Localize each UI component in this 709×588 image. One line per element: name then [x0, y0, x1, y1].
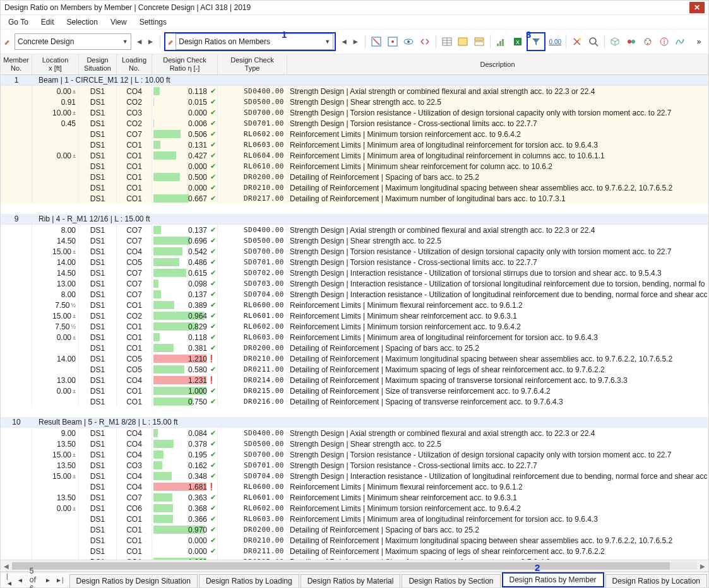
table-row[interactable]: DS1CO10.000✔RL0610.00Reinforcement Limit…: [1, 161, 708, 172]
menu-selection[interactable]: Selection: [62, 16, 103, 28]
section-header[interactable]: 9Rib | 4 - R_M1 12/16 | L : 15.00 ft: [1, 214, 708, 225]
table-row[interactable]: 7.50 ½DS1CO10.829✔RL0602.00Reinforcement…: [1, 321, 708, 332]
scroll-right-button[interactable]: ▶: [697, 563, 708, 570]
table-row[interactable]: 14.50DS1CO70.696✔SD0500.00Strength Desig…: [1, 235, 708, 246]
tab-design-ratios-by-design-situation[interactable]: Design Ratios by Design Situation: [69, 574, 198, 587]
horizontal-scrollbar[interactable]: ◀ ▶: [1, 560, 708, 572]
table-row[interactable]: 8.00DS1CO70.137✔SD0704.00Strength Design…: [1, 289, 708, 300]
table-row[interactable]: DS1CO10.366✔RL0603.00Reinforcement Limit…: [1, 514, 708, 524]
table-row[interactable]: 13.00DS1CO70.098✔SD0703.00Strength Desig…: [1, 278, 708, 289]
sync-selection-button[interactable]: [418, 33, 432, 50]
section-header[interactable]: 10Result Beam | 5 - R_M1 8/28 | L : 15.0…: [1, 417, 708, 428]
table-body[interactable]: 1Beam | 1 - CIRCLE_M1 12 | L : 10.00 ft0…: [1, 75, 708, 560]
table-row[interactable]: DS1CO10.500✔DR0200.00Detailing of Reinfo…: [1, 172, 708, 182]
menu-edit[interactable]: Edit: [36, 16, 59, 28]
header-design-situation[interactable]: DesignSituation: [79, 54, 117, 74]
table-row[interactable]: 15.00 ±DS1CO40.348✔SD0704.00Strength Des…: [1, 471, 708, 481]
table-row[interactable]: DS1CO70.506✔RL0602.00Reinforcement Limit…: [1, 129, 708, 139]
table-row[interactable]: 10.00 ±DS1CO30.000✔SD0700.00Strength Des…: [1, 107, 708, 118]
table-row[interactable]: DS1CO10.000✔DR0210.00Detailing of Reinfo…: [1, 535, 708, 546]
table-row[interactable]: 13.50DS1CO30.162✔SD0701.00Strength Desig…: [1, 460, 708, 471]
clear-button[interactable]: [570, 33, 584, 50]
table-row[interactable]: 9.00DS1CO40.084✔SD0400.00Strength Design…: [1, 428, 708, 438]
table-row[interactable]: DS1CO50.580✔DR0211.00Detailing of Reinfo…: [1, 364, 708, 375]
table-row[interactable]: 15.00 ±DS1CO20.964✔RL0601.00Reinforcemen…: [1, 310, 708, 321]
filter-button[interactable]: [528, 33, 544, 50]
result-type-value: Design Ratios on Members: [179, 37, 270, 46]
expand-button[interactable]: [472, 33, 486, 50]
reinforcement-button[interactable]: [641, 33, 655, 50]
prev-category-button[interactable]: ◄: [134, 37, 145, 46]
tab-design-ratios-by-loading[interactable]: Design Ratios by Loading: [199, 574, 299, 587]
table-row[interactable]: 0.00 ±DS1CO10.118✔RL0603.00Reinforcement…: [1, 332, 708, 343]
table-row[interactable]: DS1CO10.970✔DR0200.00Detailing of Reinfo…: [1, 524, 708, 535]
table-row[interactable]: 14.50DS1CO70.615✔SD0702.00Strength Desig…: [1, 268, 708, 278]
table-row[interactable]: DS1CO10.131✔RL0603.00Reinforcement Limit…: [1, 139, 708, 150]
table-row[interactable]: 13.50DS1CO40.378✔SD0500.00Strength Desig…: [1, 438, 708, 449]
next-result-button[interactable]: ►: [350, 37, 361, 46]
table-row[interactable]: 13.50DS1CO70.363✔RL0601.00Reinforcement …: [1, 492, 708, 503]
prev-page-button[interactable]: ◄: [15, 577, 25, 584]
header-location[interactable]: Locationx [ft]: [32, 54, 79, 74]
table-row[interactable]: 0.91DS1CO20.015✔SD0500.00Strength Design…: [1, 97, 708, 107]
last-page-button[interactable]: ►|: [54, 577, 66, 584]
table-row[interactable]: DS1CO10.667✔DR0217.00Detailing of Reinfo…: [1, 193, 708, 204]
next-category-button[interactable]: ►: [145, 37, 157, 46]
table-row[interactable]: 13.00DS1CO41.231❗DR0214.00Detailing of R…: [1, 375, 708, 385]
table-row[interactable]: DS1CO10.000✔DR0211.00Detailing of Reinfo…: [1, 546, 708, 556]
table-row[interactable]: 0.45DS1CO20.006✔SD0701.00Strength Design…: [1, 118, 708, 129]
stress-button[interactable]: [673, 33, 687, 50]
export-excel-button[interactable]: X: [511, 33, 525, 50]
menu-go-to[interactable]: Go To: [3, 16, 33, 28]
table-row[interactable]: 8.00DS1CO70.137✔SD0400.00Strength Design…: [1, 225, 708, 235]
table-row[interactable]: 14.00DS1CO50.486✔SD0701.00Strength Desig…: [1, 257, 708, 268]
more-button[interactable]: »: [692, 33, 706, 50]
next-page-button[interactable]: ►: [43, 577, 53, 584]
menu-view[interactable]: View: [105, 16, 132, 28]
svg-point-16: [628, 40, 631, 44]
separator: [160, 35, 160, 49]
header-ratio[interactable]: Design CheckRatio η [-]: [152, 54, 218, 74]
table-row[interactable]: 0.00 ±DS1CO11.000✔DR0215.00Detailing of …: [1, 385, 708, 396]
tab-design-ratios-by-location[interactable]: Design Ratios by Location: [605, 574, 707, 587]
table-row[interactable]: DS1CO10.750✔DR0216.00Detailing of Reinfo…: [1, 396, 708, 407]
section-header[interactable]: 1Beam | 1 - CIRCLE_M1 12 | L : 10.00 ft: [1, 75, 708, 86]
svg-point-2: [391, 40, 394, 43]
table-row[interactable]: DS1CO10.381✔DR0200.00Detailing of Reinfo…: [1, 343, 708, 353]
table-row[interactable]: 0.00 ±DS1CO10.427✔RL0604.00Reinforcement…: [1, 150, 708, 161]
table-row[interactable]: 0.00 ±DS1CO60.368✔RL0602.00Reinforcement…: [1, 503, 708, 514]
design-category-combo[interactable]: Concrete Design ▼: [15, 33, 131, 50]
tab-design-ratios-by-member[interactable]: Design Ratios by Member: [502, 572, 604, 587]
header-description[interactable]: Description: [287, 54, 708, 74]
prev-result-button[interactable]: ◄: [338, 37, 350, 46]
first-page-button[interactable]: |◄: [4, 573, 15, 587]
header-member-no[interactable]: MemberNo.: [1, 54, 32, 74]
header-type[interactable]: Design CheckType: [218, 54, 287, 74]
show-weights-button[interactable]: [624, 33, 638, 50]
decimal-button[interactable]: 0.00: [548, 33, 562, 50]
close-button[interactable]: ✕: [689, 2, 705, 13]
scroll-thumb[interactable]: [12, 562, 670, 570]
table-row[interactable]: 7.50 ½DS1CO10.389✔RL0600.00Reinforcement…: [1, 300, 708, 310]
select-all-button[interactable]: [369, 33, 383, 50]
table-row[interactable]: DS1CO41.681❗RL0600.00Reinforcement Limit…: [1, 481, 708, 492]
table-view-button[interactable]: [440, 33, 454, 50]
table-row[interactable]: 0.00 ±DS1CO40.118✔SD0400.00Strength Desi…: [1, 86, 708, 97]
table-row[interactable]: 15.00 ±DS1CO40.195✔SD0700.00Strength Des…: [1, 449, 708, 460]
collapse-button[interactable]: [456, 33, 470, 50]
header-loading-no[interactable]: LoadingNo.: [117, 54, 152, 74]
select-member-button[interactable]: [386, 33, 400, 50]
show-in-view-button[interactable]: [402, 33, 415, 50]
table-row[interactable]: 15.00 ±DS1CO40.542✔SD0700.00Strength Des…: [1, 246, 708, 257]
zoom-button[interactable]: [587, 33, 600, 50]
tab-design-ratios-by-material[interactable]: Design Ratios by Material: [301, 574, 401, 587]
result-type-combo[interactable]: Design Ratios on Members ▼: [176, 33, 333, 50]
menu-settings[interactable]: Settings: [134, 16, 172, 28]
scroll-track[interactable]: [12, 562, 697, 570]
tab-design-ratios-by-section[interactable]: Design Ratios by Section: [402, 574, 500, 587]
info-button[interactable]: i: [657, 33, 671, 50]
table-row[interactable]: DS1CO10.000✔DR0210.00Detailing of Reinfo…: [1, 182, 708, 193]
results-settings-button[interactable]: [494, 33, 508, 50]
table-row[interactable]: 14.00DS1CO51.210❗DR0210.00Detailing of R…: [1, 353, 708, 364]
isometric-button[interactable]: [608, 33, 622, 50]
